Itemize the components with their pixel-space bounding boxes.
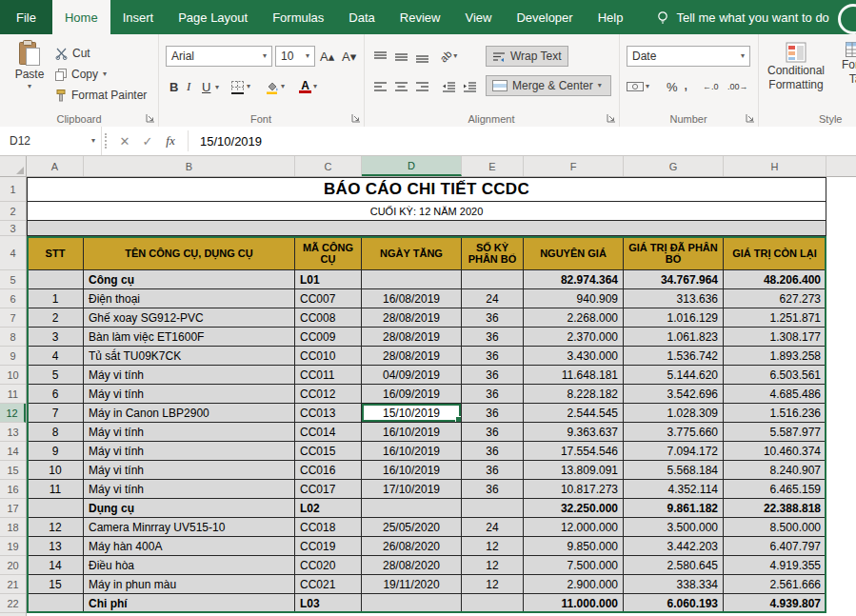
align-right-button[interactable] [413, 77, 431, 96]
cell-E17[interactable] [462, 499, 524, 518]
cell-A6[interactable]: 1 [27, 289, 84, 308]
number-format-select[interactable]: Date ▾ [627, 46, 750, 67]
align-bottom-button[interactable] [413, 47, 431, 66]
cell-F8[interactable]: 2.370.000 [524, 328, 624, 347]
cell-D18[interactable]: 25/05/2020 [362, 518, 462, 537]
cell-A14[interactable]: 9 [27, 442, 84, 461]
cell-C17[interactable]: L02 [295, 499, 362, 518]
cell-C8[interactable]: CC009 [295, 328, 362, 347]
format-painter-button[interactable]: Format Painter [55, 86, 147, 105]
cell-H21[interactable]: 2.561.666 [724, 575, 826, 594]
cell-E22[interactable] [462, 594, 524, 613]
tab-review[interactable]: Review [388, 0, 453, 34]
cell-B18[interactable]: Camera Minrray UV515-10 [84, 518, 295, 537]
cell-G10[interactable]: 5.144.620 [624, 366, 724, 385]
table-header-G[interactable]: GIÁ TRỊ ĐÃ PHÂN BỔ [624, 236, 724, 270]
fill-handle[interactable] [455, 416, 461, 422]
tab-formulas[interactable]: Formulas [260, 0, 336, 34]
row-header-1[interactable]: 1 [0, 177, 26, 202]
cell-C14[interactable]: CC015 [295, 442, 362, 461]
cell-G17[interactable]: 9.861.182 [624, 499, 724, 518]
row-header-18[interactable]: 18 [0, 518, 26, 537]
cell-A13[interactable]: 8 [27, 423, 84, 442]
cell-C13[interactable]: CC014 [295, 423, 362, 442]
tab-developer[interactable]: Developer [504, 0, 585, 34]
font-family-select[interactable]: Arial ▾ [166, 46, 272, 67]
formula-bar-splitter[interactable] [105, 133, 110, 149]
column-header-H[interactable]: H [724, 156, 826, 176]
copy-button[interactable]: Copy ▾ [55, 65, 107, 84]
cell-E6[interactable]: 24 [462, 289, 524, 308]
row-header-14[interactable]: 14 [0, 442, 26, 461]
cell-D14[interactable]: 16/10/2019 [362, 442, 462, 461]
cell-D17[interactable] [362, 499, 462, 518]
orientation-button[interactable]: ab ▾ [440, 46, 457, 67]
cell-C22[interactable]: L03 [295, 594, 362, 613]
cell-B20[interactable]: Điều hòa [84, 556, 295, 575]
cell-D19[interactable]: 26/08/2020 [362, 537, 462, 556]
cell-E16[interactable]: 36 [462, 480, 524, 499]
cell-B6[interactable]: Điện thoại [84, 289, 295, 308]
cell-C20[interactable]: CC020 [295, 556, 362, 575]
row-header-11[interactable]: 11 [0, 385, 26, 404]
underline-dropdown-icon[interactable]: ▾ [215, 84, 219, 91]
account-logo-icon[interactable] [838, 4, 856, 34]
cell-F15[interactable]: 13.809.091 [524, 461, 624, 480]
cell-C21[interactable]: CC021 [295, 575, 362, 594]
cell-D22[interactable] [362, 594, 462, 613]
format-as-table-button[interactable]: Form Ta [834, 42, 856, 86]
cell-B12[interactable]: Máy in Canon LBP2900 [84, 404, 295, 423]
conditional-formatting-button[interactable]: Conditional Formatting [762, 42, 830, 91]
cell-B19[interactable]: Máy hàn 400A [84, 537, 295, 556]
cell-G22[interactable]: 6.060.193 [624, 594, 724, 613]
row-header-6[interactable]: 6 [0, 289, 26, 308]
row-header-4[interactable]: 4 [0, 236, 26, 270]
cell-H7[interactable]: 1.251.871 [724, 308, 826, 328]
cell-H10[interactable]: 6.503.561 [724, 366, 826, 385]
italic-button[interactable]: I [185, 77, 192, 96]
column-header-C[interactable]: C [295, 156, 362, 176]
align-middle-button[interactable] [392, 47, 410, 66]
tab-insert[interactable]: Insert [110, 0, 167, 34]
cell-H12[interactable]: 1.516.236 [724, 404, 826, 423]
cell-E10[interactable]: 36 [462, 366, 524, 385]
column-header-A[interactable]: A [27, 156, 84, 176]
decrease-indent-button[interactable] [440, 77, 458, 96]
select-all-corner[interactable] [0, 156, 27, 176]
bold-button[interactable]: B [168, 77, 180, 96]
cell-E11[interactable]: 36 [462, 385, 524, 404]
cell-B16[interactable]: Máy vi tính [84, 480, 295, 499]
align-top-button[interactable] [371, 47, 389, 66]
row-header-13[interactable]: 13 [0, 423, 26, 442]
column-header-F[interactable]: F [524, 156, 624, 176]
increase-decimal-button[interactable]: ←.0 [701, 77, 721, 96]
cell-A11[interactable]: 6 [27, 385, 84, 404]
cell-G5[interactable]: 34.767.964 [624, 270, 724, 289]
row-header-9[interactable]: 9 [0, 347, 26, 366]
row-header-5[interactable]: 5 [0, 270, 26, 289]
table-header-H[interactable]: GIÁ TRỊ CÒN LẠI [724, 236, 826, 270]
column-header-B[interactable]: B [84, 156, 295, 176]
table-header-A[interactable]: STT [27, 236, 84, 270]
comma-style-button[interactable]: , [682, 75, 689, 94]
name-box[interactable]: D12 ▾ [0, 127, 102, 155]
borders-button[interactable]: ▾ [230, 76, 250, 97]
cell-B5[interactable]: Công cụ [84, 270, 295, 289]
tab-help[interactable]: Help [586, 0, 636, 34]
cell-A12[interactable]: 7 [27, 404, 84, 423]
cell-F18[interactable]: 12.000.000 [524, 518, 624, 537]
cell-A18[interactable]: 12 [27, 518, 84, 537]
cell-C5[interactable]: L01 [295, 270, 362, 289]
cell-B8[interactable]: Bàn làm việc ET1600F [84, 328, 295, 347]
cell-C12[interactable]: CC013 [295, 404, 362, 423]
cell-E12[interactable]: 36 [462, 404, 524, 423]
cell-F12[interactable]: 2.544.545 [524, 404, 624, 423]
cell-H8[interactable]: 1.308.177 [724, 328, 826, 347]
row-header-15[interactable]: 15 [0, 461, 26, 480]
cell-D20[interactable]: 28/08/2020 [362, 556, 462, 575]
cell-F11[interactable]: 8.228.182 [524, 385, 624, 404]
cell-A21[interactable]: 15 [27, 575, 84, 594]
tab-view[interactable]: View [452, 0, 504, 34]
cell-C16[interactable]: CC017 [295, 480, 362, 499]
cell-E7[interactable]: 36 [462, 308, 524, 328]
